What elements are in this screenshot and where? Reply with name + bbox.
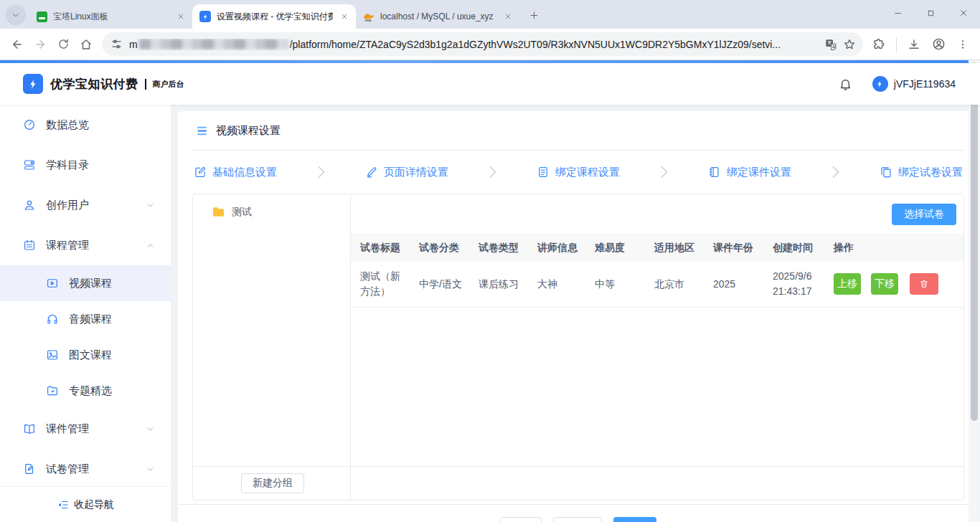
forward-button[interactable] [29, 33, 52, 56]
course-box-icon [23, 239, 36, 252]
sidebar-item-dashboard[interactable]: 数据总览 [0, 105, 171, 145]
sidebar-item-video-course[interactable]: 视频课程 [0, 265, 171, 301]
tab-video-course-settings[interactable]: 设置视频课程 - 优学宝知识付费 [192, 4, 356, 29]
address-bar[interactable]: m /platform/home/ZTA2aC9yS2d3b1g2a1dGZyt… [102, 32, 863, 56]
footer-secondary-button-1[interactable] [500, 517, 542, 522]
gauge-icon [23, 118, 36, 131]
translate-icon[interactable] [824, 38, 837, 51]
cell-created-time: 2025/9/6 21:43:17 [763, 269, 824, 299]
brand-separator [145, 79, 146, 90]
page-title-icon [195, 124, 209, 138]
phpmyadmin-icon: PMA [363, 11, 374, 22]
tab-search-button[interactable] [6, 5, 26, 25]
downloads-icon[interactable] [903, 33, 925, 56]
column-header: 讲师信息 [528, 240, 585, 255]
home-button[interactable] [75, 33, 98, 56]
paper-list-toolbar: 选择试卷 [351, 194, 963, 234]
column-header: 课件年份 [704, 240, 763, 255]
close-tab-icon[interactable] [339, 11, 350, 22]
folder-item-test[interactable]: 测试 [193, 194, 350, 219]
browser-menu-icon[interactable] [951, 33, 974, 56]
step-arrow-icon [831, 164, 840, 180]
delete-button[interactable] [910, 273, 938, 295]
brand-logo-icon [23, 74, 43, 94]
chevron-down-icon [146, 465, 155, 474]
url-path: /platform/home/ZTA2aC9yS2d3b1g2a1dGZythV… [290, 39, 781, 50]
footer-buttons [192, 505, 964, 522]
paper-binding-panel: 测试 选择试卷 试卷标题 试卷分类 试卷类型 讲师信息 难易度 [192, 194, 964, 500]
extensions-icon[interactable] [867, 33, 890, 56]
footer-primary-button[interactable] [613, 517, 656, 522]
chevron-down-icon [11, 11, 20, 19]
page-scrollbar[interactable] [969, 60, 980, 522]
folder-tree-pane: 测试 [193, 194, 351, 500]
headphones-icon [46, 313, 59, 326]
app-header: 优学宝知识付费 商户后台 jVFJjE119634 [0, 63, 980, 105]
move-up-button[interactable]: 上移 [834, 273, 861, 295]
column-header: 操作 [824, 240, 963, 255]
sidebar-item-course-management[interactable]: 课程管理 [0, 225, 171, 265]
column-header: 试卷类型 [469, 240, 528, 255]
notification-bell-icon[interactable] [839, 77, 852, 91]
tab-title: localhost / MySQL / uxue_xyz [380, 11, 496, 22]
new-tab-button[interactable] [524, 5, 544, 25]
step-bind-courseware[interactable]: 绑定课件设置 [708, 166, 791, 179]
chevron-down-icon [146, 201, 155, 210]
sidebar-item-audio-course[interactable]: 音频课程 [0, 301, 171, 337]
tab-bt-panel[interactable]: 宝塔Linux面板 [29, 4, 192, 29]
bt-panel-icon [36, 11, 47, 22]
step-label: 页面详情设置 [384, 166, 448, 179]
user-avatar[interactable] [872, 76, 888, 92]
reload-button[interactable] [52, 33, 75, 56]
footer-secondary-button-2[interactable] [553, 517, 602, 522]
chevron-down-icon [146, 424, 155, 434]
toolbar-actions [867, 33, 974, 56]
step-arrow-icon [489, 164, 497, 180]
sidebar-item-featured-topics[interactable]: 专题精选 [0, 373, 171, 409]
select-paper-button[interactable]: 选择试卷 [892, 204, 956, 225]
move-down-button[interactable]: 下移 [871, 273, 898, 295]
page-title-row: 视频课程设置 [192, 111, 964, 151]
collapse-nav-label: 收起导航 [74, 498, 114, 511]
step-bind-paper[interactable]: 绑定试卷设置 [880, 166, 963, 179]
book-icon [23, 422, 36, 435]
step-bind-course[interactable]: 绑定课程设置 [537, 166, 620, 179]
step-page-detail[interactable]: 页面详情设置 [365, 166, 448, 179]
minimize-button[interactable] [881, 0, 914, 26]
bookmark-star-icon[interactable] [843, 38, 856, 51]
close-tab-icon[interactable] [175, 11, 187, 22]
sidebar-item-label: 学科目录 [46, 158, 89, 172]
step-arrow-icon [317, 164, 326, 180]
sidebar-item-paper-management[interactable]: 试卷管理 [0, 449, 171, 489]
browser-window: 宝塔Linux面板 设置视频课程 - 优学宝知识付费 PMA localhost… [0, 0, 980, 522]
user-icon [23, 199, 36, 212]
step-label: 基础信息设置 [212, 166, 277, 179]
sidebar-item-courseware-management[interactable]: 课件管理 [0, 409, 171, 449]
maximize-button[interactable] [914, 0, 947, 26]
sidebar-item-image-text-course[interactable]: 图文课程 [0, 337, 171, 373]
notebook-icon [708, 166, 721, 179]
back-button[interactable] [6, 33, 29, 56]
site-settings-icon[interactable] [110, 38, 123, 50]
tab-phpmyadmin[interactable]: PMA localhost / MySQL / uxue_xyz [356, 4, 519, 29]
column-header: 创建时间 [763, 240, 824, 255]
collapse-nav-button[interactable]: 收起导航 [0, 486, 171, 522]
page-title: 视频课程设置 [216, 124, 281, 138]
collapse-nav-icon [57, 498, 70, 511]
close-window-button[interactable] [947, 0, 980, 26]
app-body: 数据总览 学科目录 创作用户 课程管理 视频课程 音频 [0, 105, 980, 522]
sidebar-item-label: 数据总览 [46, 118, 89, 132]
scrollbar-thumb[interactable] [971, 62, 978, 421]
sidebar-item-label: 图文课程 [69, 348, 112, 362]
close-tab-icon[interactable] [502, 11, 514, 22]
sidebar-item-creator-users[interactable]: 创作用户 [0, 185, 171, 225]
svg-text:PMA: PMA [365, 19, 372, 22]
cell-difficulty: 中等 [585, 277, 645, 292]
cell-paper-category: 中学/语文 [410, 277, 469, 292]
profile-icon[interactable] [927, 33, 950, 56]
sidebar-item-subject-catalog[interactable]: 学科目录 [0, 145, 171, 185]
username[interactable]: jVFJjE119634 [894, 78, 956, 90]
step-basic-info[interactable]: 基础信息设置 [194, 166, 277, 179]
tab-strip: 宝塔Linux面板 设置视频课程 - 优学宝知识付费 PMA localhost… [0, 0, 980, 29]
new-group-button[interactable]: 新建分组 [241, 473, 304, 493]
